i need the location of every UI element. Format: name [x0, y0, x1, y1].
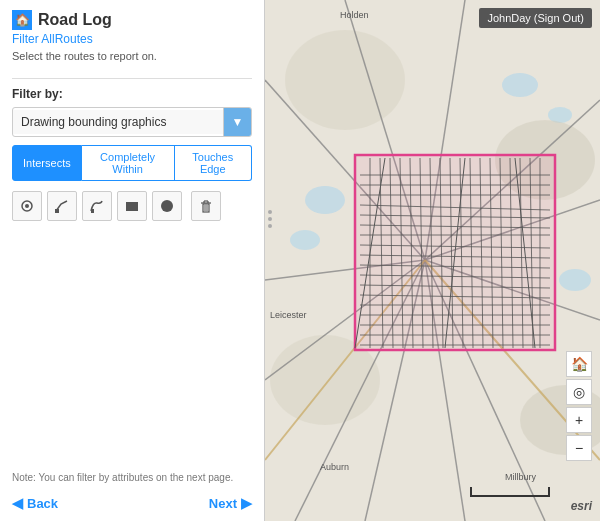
svg-marker-3 — [91, 209, 94, 213]
svg-point-1 — [25, 204, 29, 208]
svg-point-19 — [285, 30, 405, 130]
svg-rect-6 — [203, 204, 209, 212]
dropdown-arrow[interactable]: ▼ — [223, 108, 251, 136]
point-tool[interactable] — [12, 191, 42, 221]
map-svg: Holden Leicester Auburn Millbury — [265, 0, 600, 521]
svg-text:Millbury: Millbury — [505, 472, 537, 482]
drawing-tools — [12, 191, 252, 221]
dropdown-row: Drawing bounding graphics ▼ — [12, 107, 252, 137]
completely-within-button[interactable]: Completely Within — [82, 145, 175, 181]
freehand-tool[interactable] — [82, 191, 112, 221]
locate-button[interactable]: ◎ — [566, 379, 592, 405]
svg-point-18 — [559, 269, 591, 291]
back-arrow-icon: ◀ — [12, 495, 23, 511]
app-header: 🏠 Road Log — [12, 10, 252, 30]
esri-logo: esri — [571, 499, 592, 513]
svg-point-5 — [161, 200, 173, 212]
bottom-note: Note: You can filter by attributes on th… — [12, 472, 252, 483]
svg-point-16 — [305, 186, 345, 214]
zoom-in-button[interactable]: + — [566, 407, 592, 433]
spatial-filter-buttons: Intersects Completely Within Touches Edg… — [12, 145, 252, 181]
filter-all-routes-link[interactable]: Filter AllRoutes — [12, 32, 252, 46]
svg-text:Auburn: Auburn — [320, 462, 349, 472]
filter-label: Filter by: — [12, 87, 252, 101]
rectangle-tool[interactable] — [117, 191, 147, 221]
resize-handle[interactable] — [268, 210, 272, 228]
home-icon: 🏠 — [12, 10, 32, 30]
back-button[interactable]: ◀ Back — [12, 495, 58, 511]
circle-tool[interactable] — [152, 191, 182, 221]
svg-text:Leicester: Leicester — [270, 310, 307, 320]
intersects-button[interactable]: Intersects — [12, 145, 82, 181]
zoom-out-button[interactable]: − — [566, 435, 592, 461]
map-panel[interactable]: Holden Leicester Auburn Millbury JohnDay… — [265, 0, 600, 521]
polyline-tool[interactable] — [47, 191, 77, 221]
svg-point-17 — [290, 230, 320, 250]
svg-text:Holden: Holden — [340, 10, 369, 20]
next-button[interactable]: Next ▶ — [209, 495, 252, 511]
app-title: Road Log — [38, 11, 112, 29]
home-map-button[interactable]: 🏠 — [566, 351, 592, 377]
divider — [12, 78, 252, 79]
svg-rect-2 — [55, 209, 59, 213]
scale-bar — [470, 487, 550, 497]
dropdown-text: Drawing bounding graphics — [13, 110, 223, 134]
svg-point-14 — [502, 73, 538, 97]
next-arrow-icon: ▶ — [241, 495, 252, 511]
bottom-navigation: ◀ Back Next ▶ — [12, 495, 252, 511]
delete-tool[interactable] — [191, 191, 221, 221]
subtitle: Select the routes to report on. — [12, 50, 252, 62]
svg-rect-4 — [126, 202, 138, 211]
map-controls: 🏠 ◎ + − — [566, 351, 592, 461]
left-panel: 🏠 Road Log Filter AllRoutes Select the r… — [0, 0, 265, 521]
user-badge[interactable]: JohnDay (Sign Out) — [479, 8, 592, 28]
touches-edge-button[interactable]: Touches Edge — [175, 145, 252, 181]
